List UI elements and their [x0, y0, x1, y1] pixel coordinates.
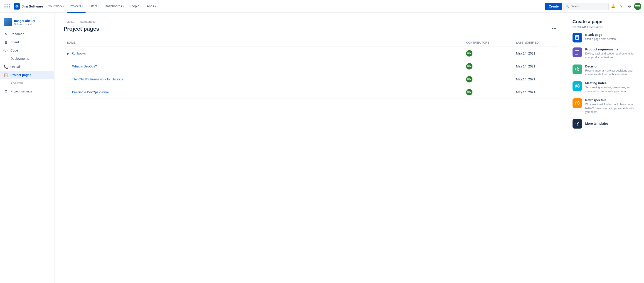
table-row: The CALMS Framework for DevOps WM May 14…: [64, 73, 558, 86]
chevron-down-icon: ▾: [123, 5, 124, 7]
template-info: More templates: [585, 122, 638, 126]
cell-name: The CALMS Framework for DevOps: [64, 73, 462, 86]
template-desc: Record important project decisions and c…: [585, 69, 638, 77]
jira-logo-icon: [14, 3, 20, 10]
nav-apps[interactable]: Apps ▾: [144, 0, 158, 13]
project-icon: 🏷: [4, 18, 12, 26]
contributor-avatar[interactable]: WM: [466, 76, 472, 82]
col-contributors: Contributors: [462, 39, 512, 47]
svg-point-16: [576, 123, 578, 124]
breadcrumb-project-name[interactable]: ImageLabeller: [78, 20, 96, 23]
more-options-button[interactable]: •••: [550, 25, 558, 33]
template-name: More templates: [585, 122, 638, 125]
nav-people[interactable]: People ▾: [127, 0, 144, 13]
breadcrumb: Projects / ImageLabeller: [64, 20, 558, 23]
chevron-down-icon: ▾: [155, 5, 156, 7]
project-name[interactable]: ImageLabeller: [14, 19, 36, 23]
project-info: ImageLabeller Software project: [14, 19, 36, 26]
cell-date: May 14, 2021: [512, 73, 558, 86]
chevron-down-icon: ▾: [98, 5, 100, 7]
template-icon: [572, 81, 582, 91]
more-templates-item[interactable]: More templates: [572, 119, 638, 129]
add-icon: +: [4, 81, 8, 85]
page-link[interactable]: Building a DevOps culture: [72, 90, 109, 94]
nav-filters[interactable]: Filters ▾: [86, 0, 102, 13]
cell-date: May 14, 2021: [512, 86, 558, 99]
table-row: What is DevOps? WM May 14, 2021: [64, 60, 558, 73]
template-desc: What went well? What could have gone bet…: [585, 103, 638, 114]
logo-text: Jira Software: [22, 4, 43, 8]
table-row: Building a DevOps culture WM May 14, 202…: [64, 86, 558, 99]
cell-contributors: WM: [462, 73, 512, 86]
contributor-avatar[interactable]: WM: [466, 50, 472, 57]
sidebar-item-deployments[interactable]: ↑ Deployments: [0, 55, 54, 63]
svg-point-13: [578, 85, 578, 86]
expand-icon[interactable]: ▶: [67, 52, 69, 55]
template-name: Meeting notes: [585, 81, 638, 85]
chevron-down-icon: ▾: [63, 5, 64, 7]
search-icon: 🔍: [566, 5, 569, 8]
cell-contributors: WM: [462, 86, 512, 99]
table-body: ▶ Runbooks WM May 14, 2021 What is DevOp…: [64, 47, 558, 99]
svg-rect-8: [575, 54, 578, 55]
topnav: Jira Software Your work ▾ Projects ▾ Fil…: [0, 0, 644, 13]
template-item-0[interactable]: Blank page Start a page from scratch.: [572, 33, 638, 43]
search-input[interactable]: [571, 5, 606, 8]
settings-button[interactable]: ⚙: [626, 3, 633, 10]
roadmap-icon: ≈: [4, 32, 8, 36]
cell-name: Building a DevOps culture: [64, 86, 462, 99]
breadcrumb-projects[interactable]: Projects: [64, 20, 74, 23]
chevron-down-icon: ▾: [140, 5, 141, 7]
template-name: Product requirements: [585, 48, 638, 51]
create-button[interactable]: Create: [545, 3, 562, 10]
notifications-button[interactable]: 🔔: [610, 3, 617, 10]
page-link[interactable]: Runbooks: [72, 52, 86, 55]
pages-icon: 📋: [4, 73, 8, 77]
contributor-avatar[interactable]: WM: [466, 63, 472, 70]
sidebar-item-board[interactable]: ⊞ Board: [0, 38, 54, 46]
chevron-down-icon: ▾: [82, 5, 83, 7]
contributor-avatar[interactable]: WM: [466, 89, 472, 95]
sidebar-item-project-pages[interactable]: 📋 Project pages: [0, 71, 54, 79]
template-item-4[interactable]: ? Retrospective What went well? What cou…: [572, 98, 638, 114]
template-name: Retrospective: [585, 98, 638, 102]
project-type: Software project: [14, 23, 36, 26]
right-panel-title: Create a page: [572, 19, 638, 24]
svg-rect-1: [576, 36, 579, 40]
page-link[interactable]: The CALMS Framework for DevOps: [72, 78, 123, 81]
search-box[interactable]: 🔍: [563, 3, 608, 10]
col-name: Name: [64, 39, 462, 47]
template-item-1[interactable]: Product requirements Define, track and s…: [572, 48, 638, 60]
nav-projects[interactable]: Projects ▾: [68, 0, 86, 13]
code-icon: </>: [4, 48, 8, 53]
template-info: Blank page Start a page from scratch.: [585, 33, 638, 41]
nav-dashboards[interactable]: Dashboards ▾: [102, 0, 126, 13]
page-link[interactable]: What is DevOps?: [72, 65, 97, 68]
sidebar-item-code[interactable]: </> Code: [0, 46, 54, 55]
template-desc: Start a page from scratch.: [585, 37, 638, 41]
cell-name: ▶ Runbooks: [64, 47, 462, 60]
help-button[interactable]: ?: [618, 3, 625, 10]
logo[interactable]: Jira Software: [14, 3, 43, 10]
sidebar-item-oncall[interactable]: 📞 On-call: [0, 63, 54, 71]
main-content: Projects / ImageLabeller Project pages •…: [54, 13, 567, 283]
template-icon: [572, 119, 582, 129]
template-info: Decision Record important project decisi…: [585, 65, 638, 77]
cell-contributors: WM: [462, 47, 512, 60]
template-info: Meeting notes Set meeting agendas, take …: [585, 81, 638, 93]
svg-text:?: ?: [576, 102, 578, 105]
nav-your-work[interactable]: Your work ▾: [46, 0, 66, 13]
svg-rect-7: [575, 53, 579, 53]
cell-date: May 14, 2021: [512, 47, 558, 60]
sidebar-item-add[interactable]: + Add item: [0, 79, 54, 87]
template-item-3[interactable]: Meeting notes Set meeting agendas, take …: [572, 81, 638, 93]
sidebar-project: 🏷 ImageLabeller Software project: [0, 16, 54, 30]
sidebar-item-roadmap[interactable]: ≈ Roadmap: [0, 30, 54, 38]
sidebar-item-project-settings[interactable]: ⚙ Project settings: [0, 87, 54, 95]
apps-grid-icon[interactable]: [3, 3, 12, 10]
right-panel-subtitle: Popular Templates: [572, 26, 638, 28]
template-item-2[interactable]: Decision Record important project decisi…: [572, 65, 638, 77]
table-header: Name Contributors Last modified: [64, 39, 558, 47]
user-avatar[interactable]: WM: [634, 3, 641, 10]
template-icon: [572, 65, 582, 74]
